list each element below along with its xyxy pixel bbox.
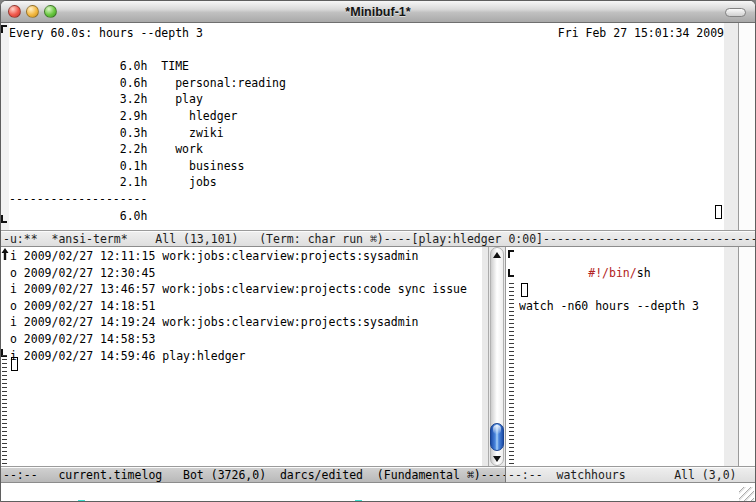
right-fringe <box>724 23 738 230</box>
scrollbar-track-empty[interactable] <box>738 247 755 466</box>
watch-header: Every 60.0s: hours --depth 3 Fri Feb 27 … <box>9 25 724 42</box>
script-line: watch -n60 hours --depth 3 <box>519 298 724 315</box>
shebang-interpreter: sh <box>637 266 651 280</box>
modeline-watchhours: --:-- watchhours All (3,0) <box>506 466 755 483</box>
right-fringe <box>724 247 738 466</box>
script-source: #!/bin/sh watch -n60 hours --depth 3 <box>519 247 724 466</box>
left-fringe <box>1 247 10 466</box>
ansi-term-buffer[interactable]: Every 60.0s: hours --depth 3 Fri Feb 27 … <box>1 23 755 230</box>
script-cursor <box>521 283 528 297</box>
modeline-timelog: --:-- current.timelog Bot (3726,0) darcs… <box>1 466 506 483</box>
scrollbar-thumb[interactable] <box>490 423 504 451</box>
left-fringe <box>506 247 519 466</box>
titlebar[interactable]: *Minibuf-1* <box>1 1 755 23</box>
left-fringe <box>1 23 9 230</box>
timelog-entries: i 2009/02/27 12:11:15 work:jobs:clearvie… <box>10 247 482 466</box>
watch-command: Every 60.0s: hours --depth 3 <box>9 25 203 42</box>
watchhours-buffer[interactable]: #!/bin/sh watch -n60 hours --depth 3 <box>506 247 755 466</box>
timelog-cursor <box>11 357 18 371</box>
shebang-comment: #!/bin/ <box>588 266 636 280</box>
resize-grip-icon[interactable] <box>739 487 754 502</box>
scrollbar-track-empty[interactable] <box>738 23 755 230</box>
hours-report: 6.0h TIME 0.6h personal:reading 3.2h pla… <box>9 42 724 225</box>
scroll-down-icon[interactable] <box>493 456 501 462</box>
minibuffer[interactable]: Redo: (ansi-term "/Users/simon/bin/watch… <box>1 483 755 502</box>
empty-lines-icon <box>509 283 514 466</box>
timelog-buffer[interactable]: i 2009/02/27 12:11:15 work:jobs:clearvie… <box>1 247 506 466</box>
up-arrow-icon <box>1 248 9 263</box>
window-title: *Minibuf-1* <box>1 5 755 19</box>
top-left-angle-icon <box>508 250 514 258</box>
empty-lines-icon <box>2 355 7 466</box>
emacs-frame: *Minibuf-1* Every 60.0s: hours --depth 3… <box>0 0 756 502</box>
toolbar-pill-button[interactable] <box>725 8 746 17</box>
watch-output: Every 60.0s: hours --depth 3 Fri Feb 27 … <box>9 23 724 230</box>
bottom-left-angle-icon <box>508 269 514 277</box>
modeline-ansi-term: -u:** *ansi-term* All (13,101) (Term: ch… <box>1 230 755 247</box>
top-left-angle-icon <box>1 25 7 33</box>
scroll-up-icon[interactable] <box>493 252 501 258</box>
watch-datetime: Fri Feb 27 15:01:34 2009 <box>558 25 724 42</box>
timelog-scrollbar[interactable] <box>488 247 505 466</box>
terminal-cursor <box>715 205 722 219</box>
bottom-left-angle-icon <box>1 215 7 223</box>
